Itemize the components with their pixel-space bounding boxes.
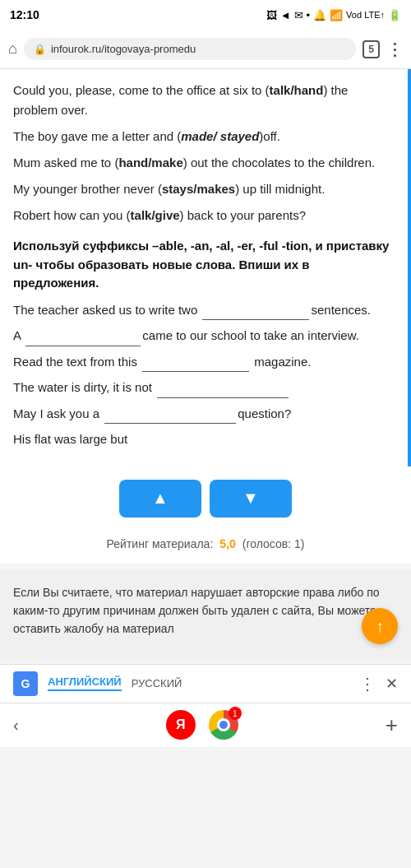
battery-icon: 🔋 [388,9,401,21]
rating-votes: (голосов: 1) [242,537,305,550]
url-text: infourok.ru/itogovaya-promedu [51,43,196,55]
scroll-top-button[interactable]: ↑ [362,608,398,644]
fill-sentence-4: The water is dirty, it is not [13,377,395,398]
fill-3-before: Read the text from this [13,355,141,369]
fill-5-after: question? [238,406,291,420]
status-icons: 🖼 ◄ ✉ • 🔔 📶 Vod LTE↑ 🔋 [266,9,401,21]
scroll-up-button[interactable]: ▲ [119,480,201,518]
scroll-down-button[interactable]: ▼ [210,480,292,518]
sentence-2: The boy gave me a letter and (made/ stay… [13,127,395,146]
translator-more-icon[interactable]: ⋮ [359,674,376,694]
sentence-3-bold: hand/make [118,155,182,169]
lock-icon: 🔒 [34,44,46,55]
url-bar[interactable]: 🔒 infourok.ru/itogovaya-promedu [24,38,356,60]
gray-text: Если Вы считаете, что материал нарушает … [13,583,398,638]
fill-3-blank [142,357,249,372]
sentence-4-bold: stays/makes [162,182,235,196]
sentence-5: Robert how can you (talk/give) back to y… [13,206,395,225]
translator-close-icon[interactable]: ✕ [386,675,398,693]
status-bar: 12:10 🖼 ◄ ✉ • 🔔 📶 Vod LTE↑ 🔋 [0,0,411,30]
chrome-icon-wrapper[interactable]: 1 [209,710,238,740]
alarm-icon: 🔔 [313,9,326,21]
rating-value: 5,0 [219,537,235,550]
browser-bar: ⌂ 🔒 infourok.ru/itogovaya-promedu 5 ⋮ [0,30,411,69]
sentence-1-bold: talk/hand [270,83,324,97]
fill-2-before: A [13,328,24,342]
sentence-2-bold: made/ stayed [181,129,259,143]
fill-6-before: His flat was large but [13,432,127,446]
fill-5-before: May I ask you a [13,406,103,420]
sentence-1: Could you, please, come to the office at… [13,81,395,120]
new-tab-button[interactable]: + [386,713,398,738]
status-time: 12:10 [10,8,39,21]
fill-2-blank [25,332,141,346]
fill-2-after: came to our school to take an interview. [142,328,358,342]
nav-buttons: ▲ ▼ [0,466,411,531]
sentence-4: My younger brother never (stays/makes) u… [13,179,395,199]
image-icon: 🖼 [266,9,277,21]
fill-sentence-3: Read the text from this magazine. [13,351,395,373]
dot-icon: • [307,9,311,21]
main-content: Could you, please, come to the office at… [0,69,411,564]
menu-icon[interactable]: ⋮ [386,39,403,59]
bottom-nav: ‹ Я 1 + [0,703,411,747]
fill-sentence-6: His flat was large but [13,429,395,450]
fill-3-after: magazine. [251,355,311,369]
google-translate-icon: G [13,671,38,696]
notification-badge: 1 [229,707,242,720]
yandex-label: Я [176,717,186,732]
fill-1-before: The teacher asked us to write two [13,303,201,317]
fill-1-blank [202,305,309,320]
chrome-inner [217,718,230,731]
back-arrow-icon[interactable]: ‹ [13,716,19,735]
article-body: Could you, please, come to the office at… [0,69,411,466]
rating-label: Рейтинг материала: [107,537,214,550]
fill-5-blank [104,409,236,424]
tab-count[interactable]: 5 [363,40,380,58]
fill-1-after: sentences. [311,303,371,317]
signal-text: Vod LTE↑ [346,10,385,20]
navigation-icon: ◄ [280,9,291,21]
sentence-3: Mum asked me to (hand/make) out the choc… [13,153,395,173]
email-icon: ✉ [294,9,303,21]
sentence-5-bold: talk/give [131,208,180,222]
rating-bar: Рейтинг материала: 5,0 (голосов: 1) [0,531,411,564]
wifi-icon: 📶 [330,9,343,21]
fill-sentence-2: A came to our school to take an intervie… [13,325,395,346]
fill-4-blank [157,383,289,398]
lang-russian-button[interactable]: РУССКИЙ [132,677,182,689]
yandex-icon[interactable]: Я [166,710,196,740]
fill-sentence-5: May I ask you a question? [13,403,395,425]
section-heading: Используй суффиксы –able, -an, -al, -er,… [13,237,395,293]
translator-bar: G АНГЛИЙСКИЙ РУССКИЙ ⋮ ✕ [0,664,411,703]
fill-4-before: The water is dirty, it is not [13,380,155,394]
fill-sentence-1: The teacher asked us to write two senten… [13,299,395,321]
gray-section: Если Вы считаете, что материал нарушает … [0,570,411,661]
home-icon[interactable]: ⌂ [8,40,17,58]
lang-english-button[interactable]: АНГЛИЙСКИЙ [48,675,122,691]
